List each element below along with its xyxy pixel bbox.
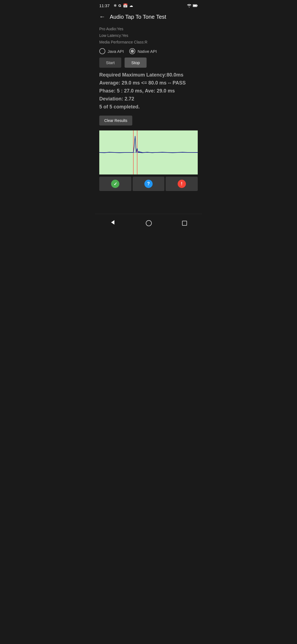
wifi-icon <box>187 4 192 7</box>
battery-icon <box>193 4 198 7</box>
nav-back-icon <box>110 220 116 225</box>
status-icons-right <box>187 4 198 7</box>
google-icon: G <box>119 4 121 8</box>
api-selector: Java API Native API <box>99 48 198 54</box>
nav-recents-button[interactable] <box>175 219 194 228</box>
low-latency-label: Low Latency:Yes <box>99 32 198 39</box>
status-bar: 11:37 ❄ G 📅 ☁ <box>95 0 202 10</box>
nav-back-button[interactable] <box>103 217 122 229</box>
clear-results-button[interactable]: Clear Results <box>99 116 132 125</box>
back-button[interactable]: ← <box>99 13 105 20</box>
result-line-3: Phase: 5 : 27.0 ms, Ave: 29.0 ms <box>99 87 198 95</box>
status-buttons-row: ✓ ? ! <box>99 177 198 191</box>
navigation-bar <box>95 214 202 232</box>
native-api-label: Native API <box>138 49 157 54</box>
start-button[interactable]: Start <box>99 58 121 68</box>
java-api-radio[interactable] <box>99 48 105 54</box>
stop-button[interactable]: Stop <box>125 58 147 68</box>
question-status-button[interactable]: ? <box>133 177 165 191</box>
java-api-option[interactable]: Java API <box>99 48 124 54</box>
page-title: Audio Tap To Tone Test <box>110 14 166 20</box>
pro-audio-label: Pro Audio:Yes <box>99 26 198 32</box>
results-section: Required Maximum Latency:80.0ms Average:… <box>99 71 198 111</box>
pass-icon: ✓ <box>111 180 119 188</box>
nav-home-icon <box>146 220 152 226</box>
header: ← Audio Tap To Tone Test <box>95 10 202 24</box>
cloud-icon: ☁ <box>129 3 133 8</box>
native-api-radio-inner <box>131 50 134 53</box>
waveform-svg <box>99 130 198 174</box>
svg-rect-2 <box>197 5 198 6</box>
svg-marker-6 <box>111 220 114 225</box>
calendar-icon: 📅 <box>123 3 128 8</box>
question-icon: ? <box>144 180 153 188</box>
native-api-radio[interactable] <box>129 48 135 54</box>
pass-status-button[interactable]: ✓ <box>99 177 131 191</box>
result-line-5: 5 of 5 completed. <box>99 103 198 111</box>
java-api-label: Java API <box>108 49 124 54</box>
device-info: Pro Audio:Yes Low Latency:Yes Media Perf… <box>99 26 198 45</box>
status-icons-left: ❄ G 📅 ☁ <box>114 3 133 8</box>
svg-rect-1 <box>193 5 197 6</box>
content-area: Pro Audio:Yes Low Latency:Yes Media Perf… <box>95 24 202 214</box>
nav-home-button[interactable] <box>139 218 158 228</box>
control-buttons: Start Stop <box>99 58 198 68</box>
result-line-2: Average: 29.0 ms <= 80.0 ms -- PASS <box>99 79 198 87</box>
warning-status-button[interactable]: ! <box>166 177 198 191</box>
status-time: 11:37 <box>99 3 110 8</box>
nav-recents-icon <box>182 221 187 226</box>
media-performance-label: Media Performance Class:R <box>99 39 198 46</box>
native-api-option[interactable]: Native API <box>129 48 157 54</box>
warning-icon: ! <box>178 180 186 188</box>
waveform-display <box>99 130 198 174</box>
result-line-4: Deviation: 2.72 <box>99 95 198 103</box>
fan-icon: ❄ <box>114 3 117 8</box>
result-line-1: Required Maximum Latency:80.0ms <box>99 71 198 79</box>
